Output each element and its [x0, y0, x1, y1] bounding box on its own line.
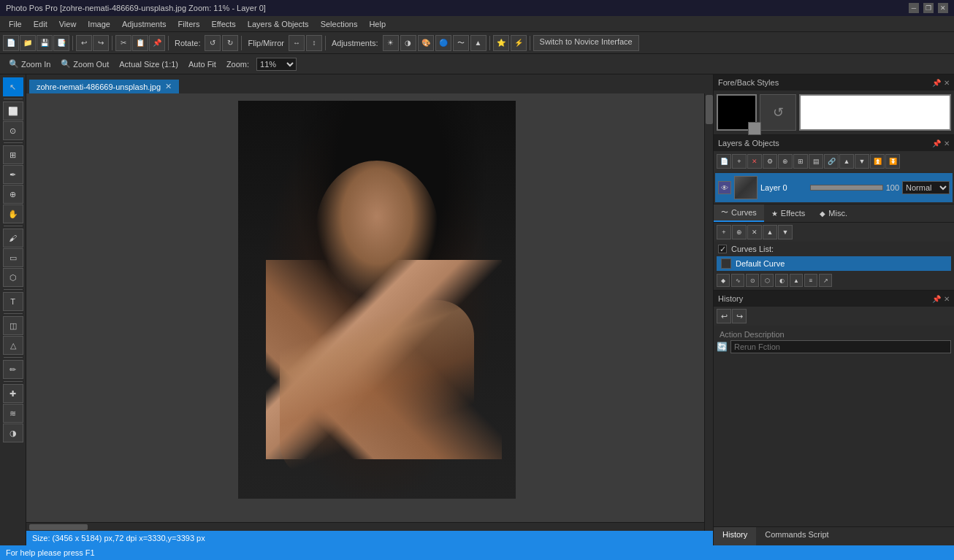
rotate-ccw[interactable]: ↺: [205, 35, 221, 51]
curve-btn[interactable]: 〜: [453, 35, 469, 51]
curve-node-btn1[interactable]: ◆: [717, 274, 730, 287]
tab-effects[interactable]: ★ Effects: [764, 204, 812, 222]
tool-move[interactable]: ↖: [3, 77, 23, 96]
maximize-button[interactable]: ❐: [923, 3, 934, 13]
layer-prop-btn[interactable]: ⚙: [763, 154, 777, 169]
layer-visibility-toggle[interactable]: 👁: [718, 181, 731, 194]
menu-view[interactable]: View: [53, 18, 83, 30]
history-undo-btn[interactable]: ↩: [717, 309, 731, 323]
menu-effects[interactable]: Effects: [205, 18, 241, 30]
flip-h[interactable]: ↔: [289, 35, 305, 51]
menu-filters[interactable]: Filters: [172, 18, 205, 30]
new-btn[interactable]: 📄: [3, 35, 19, 51]
paste-btn[interactable]: 📌: [149, 35, 165, 51]
document-tab[interactable]: zohre-nemati-486669-unsplash.jpg ✕: [29, 80, 179, 93]
layer-merge-btn[interactable]: ⊞: [793, 154, 808, 169]
auto-fit-btn[interactable]: Auto Fit: [186, 58, 219, 70]
flash-btn[interactable]: ⚡: [511, 35, 527, 51]
layer-bottom-btn[interactable]: ⏬: [885, 154, 900, 169]
menu-selections[interactable]: Selections: [315, 18, 364, 30]
actual-size-btn[interactable]: Actual Size (1:1): [116, 58, 181, 70]
tool-eraser[interactable]: ▭: [3, 248, 23, 267]
menu-edit[interactable]: Edit: [28, 18, 53, 30]
vertical-scrollbar[interactable]: [704, 93, 713, 531]
layer-flat-btn[interactable]: ▤: [809, 154, 823, 169]
curve-node-btn5[interactable]: ◐: [775, 274, 788, 287]
tool-select-lasso[interactable]: ⊙: [3, 121, 23, 140]
hue-btn[interactable]: 🔵: [435, 35, 451, 51]
history-pin-icon[interactable]: 📌: [932, 295, 941, 303]
layer-link-btn[interactable]: 🔗: [824, 154, 839, 169]
redo-btn[interactable]: ↪: [93, 35, 109, 51]
curve-node-btn7[interactable]: ≡: [804, 274, 817, 287]
delete-layer-btn[interactable]: ✕: [747, 154, 762, 169]
pin-icon[interactable]: 📌: [932, 79, 941, 87]
fore-back-close-icon[interactable]: ✕: [944, 79, 950, 87]
zoom-out-btn[interactable]: 🔍 Zoom Out: [58, 58, 112, 70]
curves-dup-btn[interactable]: ⊕: [732, 225, 747, 239]
curve-node-btn4[interactable]: ⬡: [760, 274, 774, 287]
new-layer-btn[interactable]: 📄: [717, 154, 731, 169]
contrast-btn[interactable]: ◑: [400, 35, 416, 51]
curves-list-checkbox[interactable]: ✓: [718, 245, 727, 253]
scrollbar-thumb-h[interactable]: [29, 524, 88, 530]
rotate-cw[interactable]: ↻: [222, 35, 238, 51]
novice-interface-btn[interactable]: Switch to Novice Interface: [533, 35, 639, 51]
new-layer2-btn[interactable]: +: [732, 154, 747, 169]
tool-healing[interactable]: ✚: [3, 384, 23, 403]
layer-dup-btn[interactable]: ⊕: [778, 154, 793, 169]
layer-blend-select[interactable]: Normal Multiply Screen: [902, 181, 950, 194]
zoom-in-btn[interactable]: 🔍 Zoom In: [6, 58, 53, 70]
layer-top-btn[interactable]: ⏫: [870, 154, 885, 169]
tab-close-icon[interactable]: ✕: [165, 82, 172, 91]
tab-misc[interactable]: ◆ Misc.: [812, 204, 855, 222]
cut-btn[interactable]: ✂: [115, 35, 131, 51]
curves-del-btn[interactable]: ✕: [747, 225, 762, 239]
close-button[interactable]: ✕: [938, 3, 948, 13]
tool-pen[interactable]: ✏: [3, 360, 23, 379]
background-swatch[interactable]: [799, 94, 951, 131]
history-search-input[interactable]: [730, 340, 951, 353]
flip-v[interactable]: ↕: [306, 35, 322, 51]
save-as-btn[interactable]: 📑: [53, 35, 69, 51]
menu-help[interactable]: Help: [363, 18, 392, 30]
foreground-swatch[interactable]: [717, 94, 757, 131]
layer-up-btn[interactable]: ▲: [839, 154, 854, 169]
curves-new-btn[interactable]: +: [717, 225, 731, 239]
tool-hand[interactable]: ✋: [3, 204, 23, 223]
tool-select-rect[interactable]: ⬜: [3, 101, 23, 120]
save-btn[interactable]: 💾: [37, 35, 53, 51]
undo-btn[interactable]: ↩: [76, 35, 92, 51]
curves-move-dn-btn[interactable]: ▼: [778, 225, 793, 239]
default-curve-item[interactable]: Default Curve: [717, 256, 951, 271]
tool-smudge[interactable]: ≋: [3, 404, 23, 423]
history-tab-history[interactable]: History: [714, 527, 756, 545]
zoom-select[interactable]: 11% 25% 50% 100%: [256, 58, 297, 71]
history-tab-commands[interactable]: Commands Script: [756, 527, 837, 545]
layers-pin-icon[interactable]: 📌: [932, 139, 941, 147]
tool-crop[interactable]: ⊞: [3, 145, 23, 164]
curve-node-btn8[interactable]: ↗: [819, 274, 832, 287]
scrollbar-thumb[interactable]: [706, 95, 713, 124]
tab-curves[interactable]: 〜 Curves: [714, 204, 764, 222]
open-btn[interactable]: 📁: [20, 35, 36, 51]
menu-image[interactable]: Image: [82, 18, 116, 30]
color-btn[interactable]: 🎨: [418, 35, 434, 51]
menu-layers[interactable]: Layers & Objects: [242, 18, 315, 30]
horizontal-scrollbar[interactable]: [26, 522, 704, 531]
copy-btn[interactable]: 📋: [132, 35, 148, 51]
menu-adjustments[interactable]: Adjustments: [116, 18, 172, 30]
menu-file[interactable]: File: [3, 18, 28, 30]
history-redo-btn[interactable]: ↪: [732, 309, 747, 323]
swap-colors-btn[interactable]: ↺: [760, 94, 796, 131]
curve-node-btn6[interactable]: ▲: [790, 274, 803, 287]
brightness-btn[interactable]: ☀: [383, 35, 399, 51]
history-close-icon[interactable]: ✕: [944, 295, 950, 303]
layer-down-btn[interactable]: ▼: [855, 154, 869, 169]
curves-move-up-btn[interactable]: ▲: [763, 225, 777, 239]
layers-close-icon[interactable]: ✕: [944, 139, 950, 147]
curve-node-btn2[interactable]: ∿: [731, 274, 744, 287]
tool-paint[interactable]: 🖌: [3, 229, 23, 248]
tool-gradient[interactable]: ◫: [3, 316, 23, 335]
tool-dodge[interactable]: ◑: [3, 423, 23, 442]
